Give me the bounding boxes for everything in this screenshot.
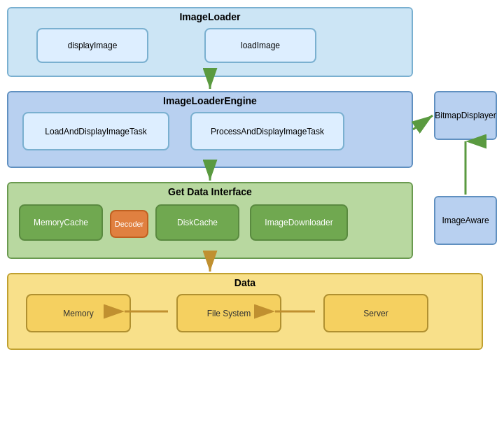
box-memory: Memory	[26, 294, 131, 332]
section-data: Data Memory File System Server	[7, 273, 483, 350]
box-loadanddisplay: LoadAndDisplayImageTask	[22, 112, 169, 150]
box-decoder: Decoder	[110, 210, 148, 238]
box-server: Server	[323, 294, 428, 332]
box-memorycache: MemoryCache	[19, 204, 103, 241]
svg-line-8	[413, 115, 433, 129]
imageloader-title: ImageLoader	[8, 8, 412, 27]
box-displayimage: displayImage	[36, 28, 148, 63]
section-engine: ImageLoaderEngine LoadAndDisplayImageTas…	[7, 91, 413, 168]
box-processanddisplay: ProcessAndDisplayImageTask	[190, 112, 344, 150]
box-diskcache: DiskCache	[155, 204, 239, 241]
box-imagedownloader: ImageDownloader	[250, 204, 348, 241]
section-imageloader: ImageLoader displayImage loadImage	[7, 7, 413, 77]
box-bitmapdisplayer: BitmapDisplayer	[434, 91, 497, 140]
diagram: ImageLoader displayImage loadImage Image…	[0, 0, 504, 422]
box-imageaware: ImageAware	[434, 196, 497, 245]
data-title: Data	[8, 274, 482, 293]
box-loadimage: loadImage	[204, 28, 316, 63]
engine-title: ImageLoaderEngine	[8, 92, 412, 111]
getdata-title: Get Data Interface	[8, 183, 412, 202]
box-filesystem: File System	[176, 294, 281, 332]
section-getdata: Get Data Interface MemoryCache Decoder D…	[7, 182, 413, 259]
